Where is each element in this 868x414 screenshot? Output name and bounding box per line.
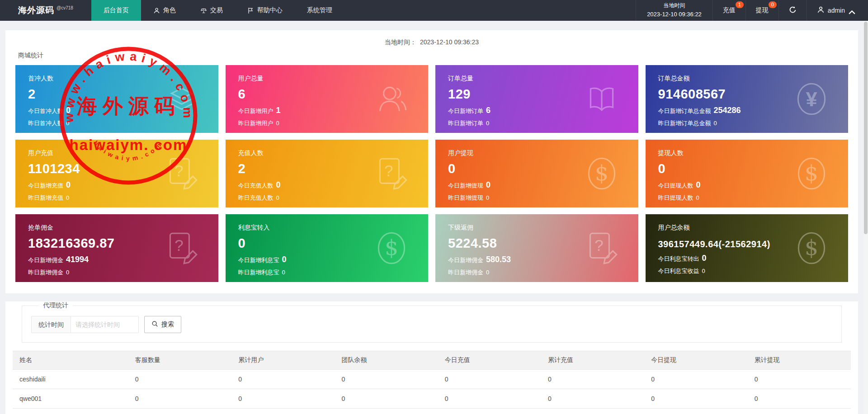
stat-card-today-value: 0 (696, 180, 701, 189)
stat-card-yesterday-label: 昨日新增佣金 (28, 269, 63, 276)
table-cell: 0 (231, 409, 335, 414)
stat-time-input[interactable] (71, 316, 139, 333)
stat-card: 利息宝转入0今日新增利息宝0昨日新增利息宝0$ (226, 214, 429, 282)
stat-card-yesterday-value: 0 (714, 120, 717, 127)
agent-table: 姓名客服数量累计用户团队余额今日充值累计充值今日提现累计提现 ceshidail… (13, 351, 851, 414)
table-cell: 0 (438, 409, 541, 414)
stat-card-today-label: 今日新增利息宝 (238, 257, 279, 263)
table-cell: 0 (438, 389, 541, 409)
user-icon (153, 7, 160, 14)
top-navbar: 海外源码 @cv718 后台首页角色交易帮助中心系统管理 当地时间 2023-1… (0, 0, 868, 21)
stat-card: 用户总余额396157449.64(-21562914)今日利息宝转出0今日利息… (646, 214, 849, 282)
stat-card-yesterday-label: 昨日提现人数 (658, 194, 693, 201)
stat-card-yesterday-value: 0 (696, 194, 699, 201)
stat-card-yesterday-value: 0 (276, 194, 279, 201)
table-cell: 0 (231, 389, 335, 409)
stat-card: 提现人数0今日提现人数0昨日提现人数0$ (646, 140, 849, 207)
yen-circle-icon: ¥ (792, 80, 831, 118)
stat-card-yesterday-value: 0 (486, 194, 489, 201)
dollar-circle-icon: $ (792, 154, 831, 193)
note-edit-icon: ? (372, 154, 411, 193)
stat-card-yesterday-line: 昨日新增提现0 (448, 194, 626, 202)
table-cell: 0 (644, 409, 747, 414)
content-area: 当地时间：2023-12-10 09:36:23 商城统计 首冲人数2今日首冲人… (0, 30, 868, 414)
table-column-header: 今日提现 (644, 351, 747, 370)
stat-card: 订单总金额914608567今日新增订单总金额254286昨日新增订单总金额0¥ (646, 65, 849, 133)
user-icon (817, 6, 825, 15)
agent-table-wrap: 姓名客服数量累计用户团队余额今日充值累计充值今日提现累计提现 ceshidail… (13, 351, 851, 414)
stat-card-yesterday-line: 昨日新增利息宝0 (238, 268, 416, 277)
stat-card-yesterday-label: 昨日新增充值 (28, 194, 63, 201)
stat-card-today-label: 今日新增提现 (448, 182, 483, 189)
agent-stats-panel: 代理统计 统计时间 搜索 姓名客服数量累计用户团队余额今日充值累计充值今日提现累… (5, 301, 858, 414)
stat-card-today-label: 今日新增订单总金额 (658, 108, 711, 114)
search-icon (151, 320, 158, 329)
app-logo-text: 海外源码 (18, 5, 54, 16)
menu-item-home[interactable]: 后台首页 (91, 0, 141, 21)
stat-time-label: 统计时间 (31, 316, 71, 333)
stat-card-today-value: 254286 (714, 106, 741, 115)
menu-item-trade[interactable]: 交易 (188, 0, 235, 21)
stat-card: 用户总量6今日新增用户1昨日新增用户0 (226, 65, 429, 133)
menu-item-system[interactable]: 系统管理 (295, 0, 344, 21)
withdraw-nav-item[interactable]: 提现 0 (745, 0, 778, 21)
table-row: 1237770000000 (13, 409, 851, 414)
svg-text:$: $ (805, 160, 818, 185)
menu-item-role[interactable]: 角色 (141, 0, 188, 21)
local-time-value: 2023-12-10 09:36:22 (647, 10, 702, 19)
stat-card-today-value: 0 (486, 180, 491, 189)
menu-item-label: 帮助中心 (257, 6, 283, 14)
stat-card-yesterday-label: 昨日新增用户 (238, 120, 274, 127)
menu-item-label: 交易 (210, 6, 223, 14)
agent-name-cell: qwe001 (13, 389, 128, 409)
menu-item-help[interactable]: 帮助中心 (235, 0, 295, 21)
app-logo[interactable]: 海外源码 @cv718 (0, 0, 91, 21)
svg-text:$: $ (595, 160, 609, 185)
user-menu[interactable]: admin (807, 0, 868, 21)
table-cell: 0 (128, 370, 231, 389)
stat-card-yesterday-value: 0 (486, 120, 489, 127)
stat-card-yesterday-value: 0 (66, 120, 69, 127)
recharge-nav-item[interactable]: 充值 1 (712, 0, 745, 21)
stat-card-yesterday-line: 昨日新增用户0 (238, 119, 416, 127)
stat-card-yesterday-line: 昨日新增充值0 (28, 194, 206, 202)
search-button[interactable]: 搜索 (144, 316, 181, 333)
table-column-header: 累计用户 (231, 351, 335, 370)
withdraw-label: 提现 (756, 6, 769, 14)
table-cell: 0 (541, 409, 644, 414)
stat-card-yesterday-line: 今日利息宝收益0 (658, 267, 836, 275)
panel-local-time-label: 当地时间： (385, 38, 416, 46)
refresh-icon (789, 6, 797, 15)
stat-card: 订单总量129今日新增订单6昨日新增订单0 (435, 65, 638, 133)
stat-cards-grid: 首冲人数2今日首冲人数0昨日首冲人数0用户总量6今日新增用户1昨日新增用户0订单… (15, 65, 848, 282)
svg-text:$: $ (385, 235, 398, 260)
table-cell: 0 (335, 389, 438, 409)
table-cell: 0 (541, 389, 644, 409)
note-edit-icon: ? (162, 154, 201, 193)
user-name: admin (828, 7, 845, 14)
table-row: qwe0010000000 (13, 389, 851, 409)
stat-card-today-value: 0 (282, 255, 287, 264)
stat-card-yesterday-line: 昨日新增订单0 (448, 119, 626, 127)
table-column-header: 今日充值 (438, 351, 541, 370)
table-cell: 0 (644, 370, 747, 389)
refresh-button[interactable] (778, 0, 807, 21)
stat-card-yesterday-line: 昨日新增佣金0 (448, 268, 626, 277)
scrollbar-thumb[interactable] (864, 22, 868, 234)
stat-card-today-value: 580.53 (486, 255, 511, 264)
stat-card-today-value: 0 (702, 254, 707, 263)
stat-card-today-label: 今日提现人数 (658, 182, 693, 189)
panel-local-time: 当地时间：2023-12-10 09:36:23 (5, 30, 858, 47)
note-edit-icon: ? (162, 229, 201, 268)
stat-card-yesterday-value: 0 (276, 120, 279, 127)
stat-card: 用户提现0今日新增提现0昨日新增提现0$ (435, 140, 638, 207)
navbar-right: 当地时间 2023-12-10 09:36:22 充值 1 提现 0 admin (636, 0, 868, 21)
recharge-badge: 1 (736, 1, 744, 8)
stat-card-today-label: 今日新增用户 (238, 108, 274, 114)
table-cell: 0 (335, 409, 438, 414)
table-cell: 0 (438, 370, 541, 389)
agent-name-cell: ceshidaili (13, 370, 128, 389)
svg-text:¥: ¥ (806, 88, 817, 111)
menu-item-label: 角色 (163, 6, 176, 14)
shop-stats-panel: 当地时间：2023-12-10 09:36:23 商城统计 首冲人数2今日首冲人… (5, 30, 858, 293)
